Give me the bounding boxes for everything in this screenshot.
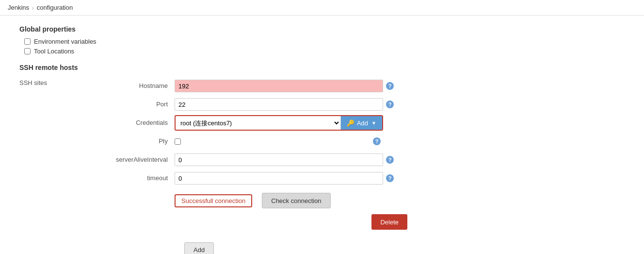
port-input[interactable] <box>175 98 383 111</box>
breadcrumb-jenkins[interactable]: Jenkins <box>8 4 29 11</box>
hostname-label: Hostname <box>97 82 175 90</box>
add-site-row: Add <box>19 234 644 254</box>
server-alive-label: serverAliveInterval <box>97 155 175 164</box>
env-variables-row: Environment variables <box>24 38 644 45</box>
fields-block: Hostname ? Port ? Credentials <box>97 78 407 234</box>
server-alive-input-wrap: ? <box>175 153 394 166</box>
env-variables-checkbox[interactable] <box>24 38 31 45</box>
key-icon: 🔑 <box>347 119 354 127</box>
env-variables-label: Environment variables <box>34 38 97 45</box>
global-properties-title: Global properties <box>19 25 644 33</box>
port-label: Port <box>97 100 175 109</box>
caret-down-icon: ▼ <box>371 120 376 126</box>
credentials-row: Credentials root (连接centos7) 🔑 Add ▼ <box>97 115 407 131</box>
timeout-row: timeout ? <box>97 170 407 186</box>
server-alive-help-icon[interactable]: ? <box>386 156 394 164</box>
port-row: Port ? <box>97 97 407 112</box>
port-help-icon[interactable]: ? <box>386 101 394 108</box>
server-alive-input[interactable] <box>175 153 383 166</box>
pty-row: Pty ? <box>97 134 407 149</box>
timeout-input[interactable] <box>175 172 383 185</box>
main-content: Global properties Environment variables … <box>0 16 644 254</box>
breadcrumb: Jenkins › configuration <box>0 0 644 16</box>
credentials-select[interactable]: root (连接centos7) <box>176 116 341 130</box>
credentials-add-button[interactable]: 🔑 Add ▼ <box>341 116 382 130</box>
success-badge: Successfull connection <box>175 194 252 207</box>
delete-button[interactable]: Delete <box>371 214 407 230</box>
ssh-sites-label: SSH sites <box>19 78 97 234</box>
ssh-remote-hosts-section: SSH remote hosts SSH sites Hostname ? Po… <box>19 64 644 254</box>
timeout-input-wrap: ? <box>175 172 394 185</box>
pty-input-wrap: ? <box>175 137 381 145</box>
hostname-help-icon[interactable]: ? <box>386 82 394 90</box>
pty-label: Pty <box>97 137 175 146</box>
ssh-remote-hosts-title: SSH remote hosts <box>19 64 644 71</box>
timeout-help-icon[interactable]: ? <box>386 174 394 182</box>
pty-help-icon[interactable]: ? <box>373 137 381 145</box>
port-input-wrap: ? <box>175 98 394 111</box>
credentials-input-wrap: root (连接centos7) 🔑 Add ▼ <box>175 115 383 131</box>
server-alive-row: serverAliveInterval ? <box>97 152 407 168</box>
breadcrumb-separator: › <box>32 5 34 11</box>
credentials-wrap: root (连接centos7) 🔑 Add ▼ <box>175 115 383 131</box>
pty-checkbox[interactable] <box>175 138 181 145</box>
tool-locations-row: Tool Locations <box>24 48 644 55</box>
ssh-sites-block: SSH sites Hostname ? Port ? <box>19 78 644 234</box>
hostname-input-wrap: ? <box>175 80 394 92</box>
add-btn-label: Add <box>357 119 368 127</box>
delete-row: Delete <box>97 214 407 230</box>
add-site-button[interactable]: Add <box>184 242 214 254</box>
action-row: Successfull connection Check connection <box>97 193 407 208</box>
tool-locations-label: Tool Locations <box>34 48 74 55</box>
check-connection-button[interactable]: Check connection <box>262 193 330 208</box>
breadcrumb-configuration[interactable]: configuration <box>37 4 73 11</box>
global-properties-section: Global properties Environment variables … <box>19 25 644 55</box>
tool-locations-checkbox[interactable] <box>24 48 31 54</box>
credentials-label: Credentials <box>97 119 175 127</box>
hostname-input[interactable] <box>175 80 383 92</box>
hostname-row: Hostname ? <box>97 78 407 94</box>
timeout-label: timeout <box>97 174 175 183</box>
